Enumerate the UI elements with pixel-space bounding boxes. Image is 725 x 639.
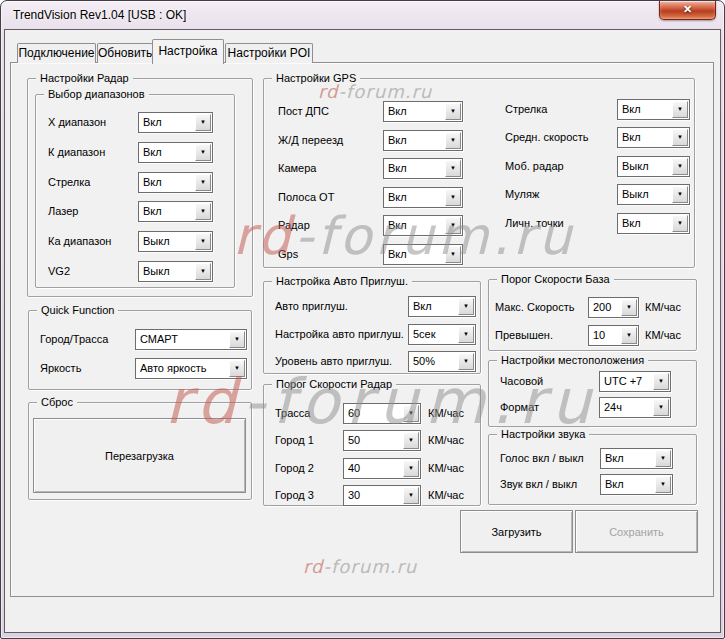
- chevron-down-icon[interactable]: ▼: [403, 432, 419, 449]
- x-band-label: Х диапазон: [48, 112, 106, 133]
- reboot-button[interactable]: Перезагрузка: [33, 418, 246, 493]
- rail-crossing-value: Вкл: [388, 132, 407, 149]
- city3-threshold-label: Город 3: [275, 485, 314, 506]
- city2-threshold-value: 40: [348, 460, 360, 477]
- chevron-down-icon[interactable]: ▼: [445, 217, 461, 234]
- strelka-gps-label: Стрелка: [505, 99, 547, 120]
- chevron-down-icon[interactable]: ▼: [621, 299, 637, 316]
- chevron-down-icon[interactable]: ▼: [195, 144, 211, 161]
- bus-lane-value: Вкл: [388, 189, 407, 206]
- group-speed-threshold-radar-title: Порог Скорости Радар: [272, 377, 396, 391]
- chevron-down-icon[interactable]: ▼: [655, 476, 671, 493]
- x-band-dropdown[interactable]: Вкл▼: [138, 112, 213, 133]
- highway-threshold-dropdown[interactable]: 60▼: [343, 403, 421, 424]
- chevron-down-icon[interactable]: ▼: [621, 327, 637, 344]
- chevron-down-icon[interactable]: ▼: [672, 158, 688, 175]
- chevron-down-icon[interactable]: ▼: [458, 326, 474, 343]
- timezone-dropdown[interactable]: UTC +7▼: [599, 371, 671, 392]
- sound-on-off-dropdown[interactable]: Вкл▼: [600, 474, 673, 495]
- close-icon: ✕: [683, 3, 692, 15]
- chevron-down-icon[interactable]: ▼: [195, 263, 211, 280]
- personal-points-value: Вкл: [622, 215, 641, 232]
- avg-speed-value: Вкл: [622, 129, 641, 146]
- strelka-dropdown[interactable]: Вкл▼: [138, 172, 213, 193]
- max-speed-value: 200: [593, 299, 611, 316]
- group-band-selection-title: Выбор диапазонов: [44, 87, 149, 101]
- window-title: TrendVision Rev1.04 [USB : OK]: [13, 8, 186, 22]
- city1-threshold-dropdown[interactable]: 50▼: [343, 430, 421, 451]
- chevron-down-icon[interactable]: ▼: [403, 487, 419, 504]
- chevron-down-icon[interactable]: ▼: [445, 160, 461, 177]
- tab-settings[interactable]: Настройка: [152, 39, 224, 64]
- brightness-dropdown[interactable]: Авто яркость▼: [135, 358, 247, 379]
- chevron-down-icon[interactable]: ▼: [229, 360, 245, 377]
- chevron-down-icon[interactable]: ▼: [445, 132, 461, 149]
- chevron-down-icon[interactable]: ▼: [672, 101, 688, 118]
- laser-value: Вкл: [143, 203, 162, 220]
- chevron-down-icon[interactable]: ▼: [445, 103, 461, 120]
- city2-threshold-dropdown[interactable]: 40▼: [343, 458, 421, 479]
- tab-update[interactable]: Обновить: [97, 43, 153, 63]
- chevron-down-icon[interactable]: ▼: [445, 246, 461, 263]
- strelka-gps-dropdown[interactable]: Вкл▼: [617, 99, 690, 120]
- k-band-dropdown[interactable]: Вкл▼: [138, 142, 213, 163]
- tab-connection[interactable]: Подключение: [17, 43, 96, 63]
- vg2-value: Выкл: [143, 263, 170, 280]
- auto-mute-delay-dropdown[interactable]: 5сек▼: [408, 324, 476, 345]
- rail-crossing-label: Ж/Д переезд: [278, 130, 343, 151]
- highway-threshold-unit-label: КМ/час: [428, 403, 464, 424]
- bus-lane-dropdown[interactable]: Вкл▼: [383, 187, 463, 208]
- auto-mute-dropdown[interactable]: Вкл▼: [408, 296, 476, 317]
- auto-mute-level-dropdown[interactable]: 50%▼: [408, 351, 476, 372]
- voice-on-off-dropdown[interactable]: Вкл▼: [600, 448, 673, 469]
- radar-dropdown[interactable]: Вкл▼: [383, 215, 463, 236]
- chevron-down-icon[interactable]: ▼: [672, 215, 688, 232]
- k-band-label: К диапазон: [48, 142, 105, 163]
- chevron-down-icon[interactable]: ▼: [458, 353, 474, 370]
- rail-crossing-dropdown[interactable]: Вкл▼: [383, 130, 463, 151]
- sound-on-off-value: Вкл: [605, 476, 624, 493]
- chevron-down-icon[interactable]: ▼: [458, 298, 474, 315]
- time-format-dropdown[interactable]: 24ч▼: [599, 397, 671, 418]
- city-highway-dropdown[interactable]: СМАРТ▼: [135, 329, 247, 350]
- personal-points-dropdown[interactable]: Вкл▼: [617, 213, 690, 234]
- vg2-dropdown[interactable]: Выкл▼: [138, 261, 213, 282]
- ka-band-dropdown[interactable]: Выкл▼: [138, 231, 213, 252]
- vg2-label: VG2: [48, 261, 70, 282]
- save-button[interactable]: Сохранить: [575, 510, 698, 553]
- max-speed-dropdown[interactable]: 200▼: [588, 297, 639, 318]
- mobile-radar-label: Моб. радар: [505, 156, 564, 177]
- avg-speed-label: Средн. скорость: [505, 127, 589, 148]
- load-button[interactable]: Загрузить: [460, 510, 573, 553]
- gps-dropdown[interactable]: Вкл▼: [383, 244, 463, 265]
- chevron-down-icon[interactable]: ▼: [229, 331, 245, 348]
- over-speed-dropdown[interactable]: 10▼: [588, 325, 639, 346]
- chevron-down-icon[interactable]: ▼: [672, 186, 688, 203]
- chevron-down-icon[interactable]: ▼: [195, 203, 211, 220]
- auto-mute-value: Вкл: [413, 298, 432, 315]
- chevron-down-icon[interactable]: ▼: [403, 405, 419, 422]
- timezone-label: Часовой: [500, 371, 543, 392]
- close-button[interactable]: ✕: [659, 1, 716, 20]
- chevron-down-icon[interactable]: ▼: [653, 399, 669, 416]
- group-auto-mute-title: Настройка Авто Приглуш.: [272, 274, 412, 288]
- group-location-settings-title: Настройки местоположения: [497, 353, 648, 367]
- dps-post-dropdown[interactable]: Вкл▼: [383, 101, 463, 122]
- chevron-down-icon[interactable]: ▼: [445, 189, 461, 206]
- chevron-down-icon[interactable]: ▼: [655, 450, 671, 467]
- laser-dropdown[interactable]: Вкл▼: [138, 201, 213, 222]
- chevron-down-icon[interactable]: ▼: [653, 373, 669, 390]
- chevron-down-icon[interactable]: ▼: [195, 233, 211, 250]
- chevron-down-icon[interactable]: ▼: [195, 114, 211, 131]
- mobile-radar-dropdown[interactable]: Выкл▼: [617, 156, 690, 177]
- avg-speed-dropdown[interactable]: Вкл▼: [617, 127, 690, 148]
- chevron-down-icon[interactable]: ▼: [195, 174, 211, 191]
- city3-threshold-dropdown[interactable]: 30▼: [343, 485, 421, 506]
- dummy-camera-dropdown[interactable]: Выкл▼: [617, 184, 690, 205]
- camera-dropdown[interactable]: Вкл▼: [383, 158, 463, 179]
- ka-band-label: Ка диапазон: [48, 231, 111, 252]
- tab-poi-settings[interactable]: Настройки POI: [225, 43, 313, 63]
- chevron-down-icon[interactable]: ▼: [403, 460, 419, 477]
- sound-on-off-label: Звук вкл / выкл: [500, 474, 577, 495]
- chevron-down-icon[interactable]: ▼: [672, 129, 688, 146]
